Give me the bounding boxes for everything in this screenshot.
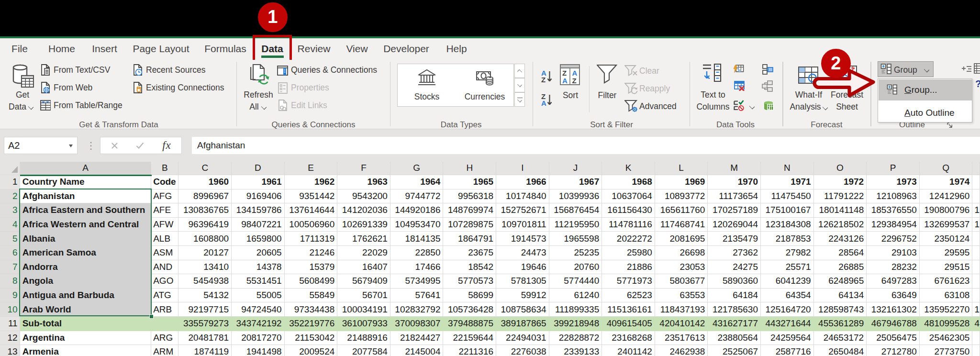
svg-text:A: A (541, 99, 546, 107)
svg-text:A: A (572, 69, 578, 77)
svg-text:Z: Z (572, 77, 577, 85)
svg-text:J: J (768, 106, 770, 111)
svg-text:A: A (562, 77, 568, 85)
svg-text:Z: Z (541, 76, 546, 83)
svg-text:Z: Z (562, 69, 567, 77)
